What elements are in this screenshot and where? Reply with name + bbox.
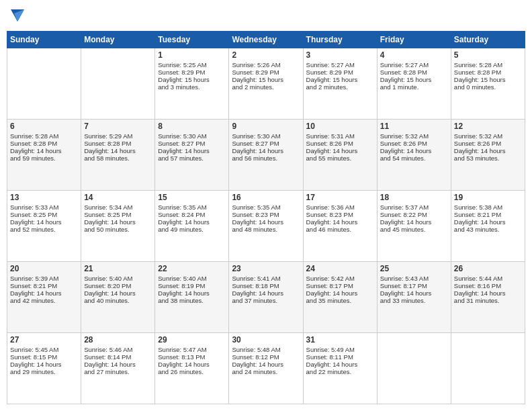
- cell-info: and 35 minutes.: [306, 297, 374, 304]
- calendar-cell: [377, 333, 451, 404]
- day-number: 14: [84, 193, 152, 202]
- cell-info: Daylight: 14 hours: [232, 147, 300, 154]
- cell-info: Sunrise: 5:35 AM: [158, 203, 226, 211]
- cell-info: and 24 minutes.: [232, 368, 300, 375]
- cell-info: Sunset: 8:29 PM: [232, 68, 300, 76]
- calendar-day-header: Monday: [81, 32, 155, 48]
- calendar-cell: 23Sunrise: 5:41 AMSunset: 8:18 PMDayligh…: [229, 262, 303, 333]
- calendar-cell: 15Sunrise: 5:35 AMSunset: 8:24 PMDayligh…: [155, 191, 229, 262]
- cell-info: Sunrise: 5:25 AM: [158, 61, 226, 68]
- day-number: 29: [158, 335, 226, 345]
- calendar-cell: 29Sunrise: 5:47 AMSunset: 8:13 PMDayligh…: [155, 333, 229, 404]
- calendar-cell: 9Sunrise: 5:30 AMSunset: 8:27 PMDaylight…: [229, 120, 303, 191]
- cell-info: Sunset: 8:26 PM: [380, 140, 448, 147]
- cell-info: and 56 minutes.: [232, 154, 300, 162]
- calendar-cell: 22Sunrise: 5:40 AMSunset: 8:19 PMDayligh…: [155, 262, 229, 333]
- cell-info: Sunset: 8:19 PM: [158, 282, 226, 289]
- cell-info: Sunrise: 5:45 AM: [10, 346, 78, 353]
- calendar-cell: 16Sunrise: 5:35 AMSunset: 8:23 PMDayligh…: [229, 191, 303, 262]
- calendar-week-row: 1Sunrise: 5:25 AMSunset: 8:29 PMDaylight…: [7, 48, 525, 120]
- cell-info: Daylight: 14 hours: [306, 147, 374, 154]
- cell-info: Sunset: 8:24 PM: [158, 211, 226, 218]
- cell-info: Sunrise: 5:29 AM: [84, 132, 152, 140]
- cell-info: and 22 minutes.: [306, 368, 374, 375]
- page: SundayMondayTuesdayWednesdayThursdayFrid…: [0, 0, 532, 411]
- calendar-cell: 18Sunrise: 5:37 AMSunset: 8:22 PMDayligh…: [377, 191, 451, 262]
- calendar-cell: 10Sunrise: 5:31 AMSunset: 8:26 PMDayligh…: [303, 120, 377, 191]
- cell-info: Sunset: 8:15 PM: [10, 353, 78, 361]
- cell-info: Sunrise: 5:43 AM: [380, 275, 448, 282]
- cell-info: Sunset: 8:17 PM: [380, 282, 448, 289]
- cell-info: Daylight: 15 hours: [454, 76, 522, 83]
- day-number: 27: [10, 335, 78, 345]
- cell-info: and 27 minutes.: [84, 368, 152, 375]
- day-number: 12: [454, 122, 522, 131]
- cell-info: Sunset: 8:26 PM: [306, 140, 374, 147]
- calendar-week-row: 6Sunrise: 5:28 AMSunset: 8:28 PMDaylight…: [7, 120, 525, 191]
- cell-info: Sunset: 8:11 PM: [306, 353, 374, 361]
- cell-info: Daylight: 14 hours: [380, 147, 448, 154]
- calendar-day-header: Thursday: [303, 32, 377, 48]
- day-number: 4: [380, 50, 448, 60]
- calendar-day-header: Saturday: [451, 32, 525, 48]
- cell-info: Sunrise: 5:36 AM: [306, 203, 374, 211]
- cell-info: Sunset: 8:21 PM: [10, 282, 78, 289]
- calendar-day-header: Sunday: [7, 32, 81, 48]
- cell-info: and 52 minutes.: [10, 226, 78, 233]
- cell-info: Sunset: 8:17 PM: [306, 282, 374, 289]
- cell-info: Sunrise: 5:27 AM: [380, 61, 448, 68]
- cell-info: and 46 minutes.: [306, 226, 374, 233]
- calendar-cell: 26Sunrise: 5:44 AMSunset: 8:16 PMDayligh…: [451, 262, 525, 333]
- cell-info: Sunset: 8:27 PM: [232, 140, 300, 147]
- cell-info: Sunrise: 5:40 AM: [158, 275, 226, 282]
- cell-info: Sunset: 8:28 PM: [10, 140, 78, 147]
- cell-info: Daylight: 14 hours: [232, 289, 300, 297]
- cell-info: Sunset: 8:23 PM: [232, 211, 300, 218]
- day-number: 20: [10, 264, 78, 273]
- cell-info: and 0 minutes.: [454, 83, 522, 91]
- calendar-cell: 20Sunrise: 5:39 AMSunset: 8:21 PMDayligh…: [7, 262, 81, 333]
- calendar-cell: 3Sunrise: 5:27 AMSunset: 8:29 PMDaylight…: [303, 48, 377, 120]
- cell-info: and 3 minutes.: [158, 83, 226, 91]
- cell-info: Daylight: 14 hours: [232, 218, 300, 226]
- calendar-week-row: 27Sunrise: 5:45 AMSunset: 8:15 PMDayligh…: [7, 333, 525, 404]
- day-number: 28: [84, 335, 152, 345]
- calendar-day-header: Friday: [377, 32, 451, 48]
- cell-info: Sunset: 8:20 PM: [84, 282, 152, 289]
- cell-info: and 38 minutes.: [158, 297, 226, 304]
- cell-info: and 40 minutes.: [84, 297, 152, 304]
- day-number: 30: [232, 335, 300, 345]
- day-number: 5: [454, 50, 522, 60]
- calendar-day-header: Tuesday: [155, 32, 229, 48]
- cell-info: Sunrise: 5:32 AM: [380, 132, 448, 140]
- cell-info: Sunrise: 5:33 AM: [10, 203, 78, 211]
- day-number: 25: [380, 264, 448, 273]
- cell-info: Daylight: 15 hours: [232, 76, 300, 83]
- cell-info: Daylight: 14 hours: [10, 218, 78, 226]
- cell-info: and 31 minutes.: [454, 297, 522, 304]
- day-number: 3: [306, 50, 374, 60]
- logo: [9, 7, 24, 27]
- cell-info: Sunset: 8:25 PM: [10, 211, 78, 218]
- cell-info: Daylight: 14 hours: [84, 361, 152, 368]
- cell-info: Sunset: 8:28 PM: [84, 140, 152, 147]
- header: [7, 7, 525, 27]
- cell-info: Sunrise: 5:35 AM: [232, 203, 300, 211]
- calendar-cell: 28Sunrise: 5:46 AMSunset: 8:14 PMDayligh…: [81, 333, 155, 404]
- day-number: 1: [158, 50, 226, 60]
- cell-info: Daylight: 14 hours: [158, 218, 226, 226]
- day-number: 19: [454, 193, 522, 202]
- calendar-cell: 12Sunrise: 5:32 AMSunset: 8:26 PMDayligh…: [451, 120, 525, 191]
- calendar-table: SundayMondayTuesdayWednesdayThursdayFrid…: [7, 31, 525, 404]
- cell-info: Sunrise: 5:26 AM: [232, 61, 300, 68]
- cell-info: Sunrise: 5:32 AM: [454, 132, 522, 140]
- calendar-cell: 24Sunrise: 5:42 AMSunset: 8:17 PMDayligh…: [303, 262, 377, 333]
- calendar-cell: 13Sunrise: 5:33 AMSunset: 8:25 PMDayligh…: [7, 191, 81, 262]
- cell-info: Daylight: 14 hours: [454, 289, 522, 297]
- cell-info: Daylight: 14 hours: [380, 289, 448, 297]
- day-number: 10: [306, 122, 374, 131]
- day-number: 9: [232, 122, 300, 131]
- cell-info: and 33 minutes.: [380, 297, 448, 304]
- cell-info: Sunrise: 5:46 AM: [84, 346, 152, 353]
- cell-info: and 29 minutes.: [10, 368, 78, 375]
